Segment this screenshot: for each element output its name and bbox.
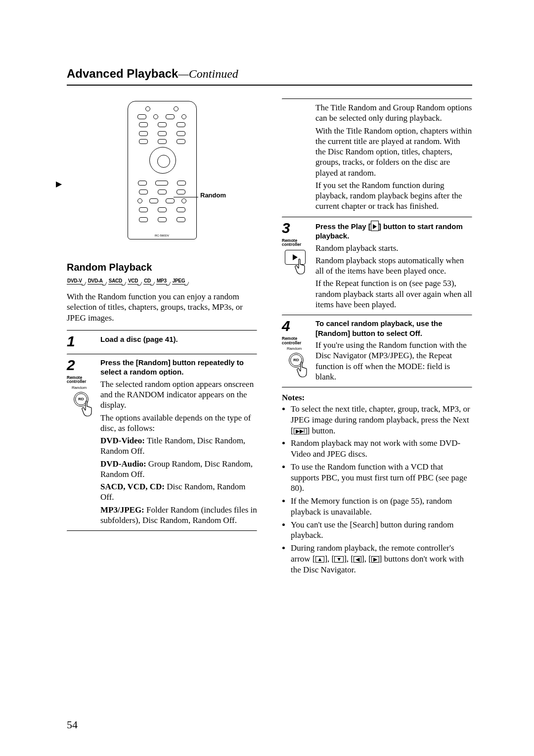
note-item: Random playback may not work with some D… [291,438,472,460]
option-line: MP3/JPEG: Folder Random (includes files … [100,505,257,526]
step-text: The options available depends on the typ… [100,413,257,434]
remote-model-label: RC-590DV [128,234,196,237]
page-header: Advanced Playback—Continued [67,67,472,86]
step-number: 1 [67,334,94,349]
remote-figure: ▶ RC-590DV Random [67,98,257,242]
step-2-continued: The Title Random and Group Random option… [282,99,472,217]
note-item: If the Memory function is on (page 55), … [291,496,472,518]
step-lead: Load a disc (page 41). [100,335,178,343]
step-lead: Press the [Random] button repeatedly to … [100,358,257,377]
right-arrow-icon: ▶ [371,556,379,563]
disc-icon: VCD [128,278,138,284]
random-button-illustration: Random RD [285,348,308,378]
step-number: 2 Remote controller Random RD [67,358,94,525]
hand-icon [82,401,95,417]
option-line: DVD-Audio: Group Random, Disc Random, Ra… [100,459,257,480]
step-4: 4 Remote controller Random RD To cancel … [282,316,472,387]
step-lead: To cancel random playback, use the [Rand… [315,319,472,338]
disc-type-icons: DVD-V DVD-A SACD VCD CD MP3 JPEG [67,278,257,284]
hand-icon [297,362,311,378]
disc-icon: DVD-V [67,278,83,284]
step-number: 3 Remote controller [282,221,310,310]
step-text: If the Repeat function is on (see page 5… [315,278,472,310]
up-arrow-icon: ▲ [315,556,325,563]
header-suffix: —Continued [178,67,238,80]
page-number: 54 [67,718,78,731]
step-subcaption: Remote controller [282,238,310,247]
step-text: Random playback stops automatically when… [315,255,472,277]
disc-icon: SACD [108,278,123,284]
button-label: Random [72,386,87,390]
step-text: The selected random option appears onscr… [100,379,257,411]
section-title: Random Playback [67,262,257,273]
step-text: If you're using the Random function with… [315,340,472,382]
page: Advanced Playback—Continued ▶ [0,0,534,756]
step-text: Random playback starts. [315,243,472,253]
note-item: To use the Random function with a VCD th… [291,462,472,494]
step-lead: Press the Play [] button to start random… [315,221,472,241]
step-text: The Title Random and Group Random option… [315,102,472,124]
note-item: To select the next title, chapter, group… [291,404,472,436]
step-subcaption: Remote controller [282,336,310,345]
header-title: Advanced Playback [67,67,178,80]
step-3: 3 Remote controller Press the Play [] bu… [282,218,472,315]
play-arrow-icon: ▶ [56,179,62,189]
disc-icon: MP3 [156,278,167,284]
remote-diagram: RC-590DV [128,101,197,239]
disc-icon: DVD-A [88,278,103,284]
disc-icon: CD [143,278,151,284]
button-label: Random [287,347,302,351]
note-item: You can't use the [Search] button during… [291,520,472,541]
note-item: During random playback, the remote contr… [291,543,472,575]
step-1: 1 Load a disc (page 41). [67,331,257,354]
intro-text: With the Random function you can enjoy a… [67,291,257,323]
play-button-illustration [284,249,309,280]
option-line: DVD-Video: Title Random, Disc Random, Ra… [100,435,257,457]
down-arrow-icon: ▼ [334,556,344,563]
random-callout-label: Random [200,191,226,199]
hand-icon [295,259,309,275]
next-icon: ▶▶I [294,428,307,434]
random-button-illustration: Random RD [70,387,92,417]
option-line: SACD, VCD, CD: Disc Random, Random Off. [100,481,257,503]
step-2: 2 Remote controller Random RD Press the … [67,355,257,530]
step-text: If you set the Random function during pl… [315,180,472,212]
notes-list: To select the next title, chapter, group… [282,404,472,575]
disc-icon: JPEG [172,278,185,284]
play-icon [371,221,379,232]
notes-heading: Notes: [282,393,472,403]
step-number: 4 Remote controller Random RD [282,319,310,382]
left-arrow-icon: ◀ [354,556,361,563]
step-text: With the Title Random option, chapters w… [315,126,472,178]
step-subcaption: Remote controller [67,376,94,384]
